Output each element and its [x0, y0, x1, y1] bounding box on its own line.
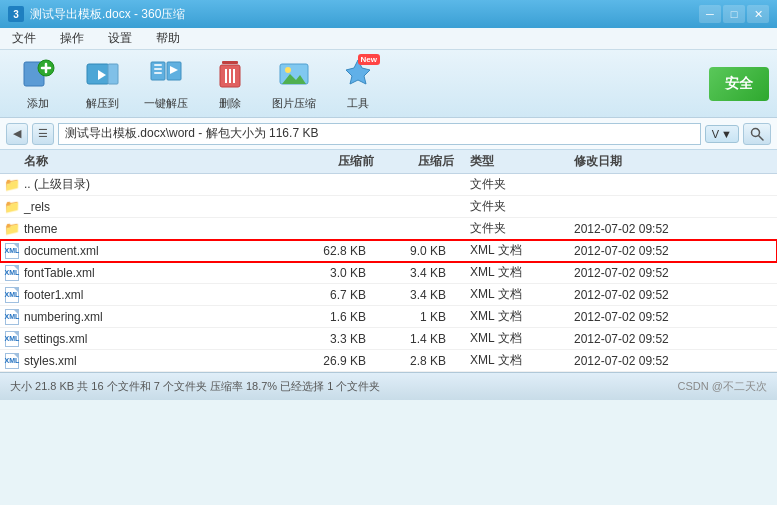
header-name[interactable]: 名称 — [4, 153, 284, 170]
cell-date: 2012-07-02 09:52 — [574, 310, 734, 324]
xml-file-icon: XML — [4, 243, 20, 259]
table-row[interactable]: 📁 _rels 文件夹 — [0, 196, 777, 218]
window-title: 测试导出模板.docx - 360压缩 — [30, 6, 699, 23]
table-row[interactable]: XML fontTable.xml 3.0 KB 3.4 KB XML 文档 2… — [0, 262, 777, 284]
search-button[interactable] — [743, 123, 771, 145]
cell-name: XML settings.xml — [4, 331, 284, 347]
xml-file-icon: XML — [4, 331, 20, 347]
cell-type: XML 文档 — [454, 264, 574, 281]
cell-after: 3.4 KB — [374, 266, 454, 280]
security-badge[interactable]: 安全 — [709, 67, 769, 101]
xml-file-icon: XML — [4, 287, 20, 303]
app-icon: 3 — [8, 6, 24, 22]
title-bar: 3 测试导出模板.docx - 360压缩 ─ □ ✕ — [0, 0, 777, 28]
cell-type: XML 文档 — [454, 352, 574, 369]
cell-type: 文件夹 — [454, 220, 574, 237]
folder-icon: 📁 — [4, 199, 20, 215]
cell-date: 2012-07-02 09:52 — [574, 288, 734, 302]
file-list: 📁 .. (上级目录) 文件夹 📁 _rels 文件夹 📁 theme 文件夹 … — [0, 174, 777, 372]
cell-type: XML 文档 — [454, 242, 574, 259]
cell-type: 文件夹 — [454, 198, 574, 215]
imgzip-button[interactable]: 图片压缩 — [264, 55, 324, 113]
xml-file-icon: XML — [4, 265, 20, 281]
cell-date: 2012-07-02 09:52 — [574, 354, 734, 368]
menu-settings[interactable]: 设置 — [104, 28, 136, 49]
header-after[interactable]: 压缩后 — [374, 153, 454, 170]
toolbar: 添加 解压到 一键解压 — [0, 50, 777, 118]
table-row[interactable]: 📁 theme 文件夹 2012-07-02 09:52 — [0, 218, 777, 240]
dropdown-arrow: ▼ — [721, 128, 732, 140]
table-row[interactable]: XML styles.xml 26.9 KB 2.8 KB XML 文档 201… — [0, 350, 777, 372]
cell-type: XML 文档 — [454, 330, 574, 347]
tools-label: 工具 — [347, 96, 369, 111]
minimize-button[interactable]: ─ — [699, 5, 721, 23]
cell-name: 📁 _rels — [4, 199, 284, 215]
cell-before: 3.3 KB — [284, 332, 374, 346]
cell-after: 1 KB — [374, 310, 454, 324]
cell-date: 2012-07-02 09:52 — [574, 244, 734, 258]
add-label: 添加 — [27, 96, 49, 111]
address-input[interactable] — [58, 123, 701, 145]
menu-help[interactable]: 帮助 — [152, 28, 184, 49]
table-row[interactable]: XML document.xml 62.8 KB 9.0 KB XML 文档 2… — [0, 240, 777, 262]
nav-back-button[interactable]: ◀ — [6, 123, 28, 145]
header-type[interactable]: 类型 — [454, 153, 574, 170]
header-before[interactable]: 压缩前 — [284, 153, 374, 170]
folder-icon: 📁 — [4, 221, 20, 237]
status-bar: 大小 21.8 KB 共 16 个文件和 7 个文件夹 压缩率 18.7% 已经… — [0, 372, 777, 400]
delete-button[interactable]: 删除 — [200, 55, 260, 113]
cell-before: 6.7 KB — [284, 288, 374, 302]
svg-point-19 — [285, 67, 291, 73]
menu-file[interactable]: 文件 — [8, 28, 40, 49]
table-row[interactable]: 📁 .. (上级目录) 文件夹 — [0, 174, 777, 196]
onekey-label: 一键解压 — [144, 96, 188, 111]
version-label: V — [712, 128, 719, 140]
onekey-icon — [148, 56, 184, 92]
xml-file-icon: XML — [4, 309, 20, 325]
cell-name: XML footer1.xml — [4, 287, 284, 303]
menu-bar: 文件 操作 设置 帮助 — [0, 28, 777, 50]
cell-type: XML 文档 — [454, 286, 574, 303]
close-button[interactable]: ✕ — [747, 5, 769, 23]
cell-after: 1.4 KB — [374, 332, 454, 346]
delete-icon — [212, 56, 248, 92]
svg-rect-13 — [222, 61, 238, 64]
extract-icon — [84, 56, 120, 92]
delete-label: 删除 — [219, 96, 241, 111]
version-badge: V ▼ — [705, 125, 739, 143]
cell-before: 26.9 KB — [284, 354, 374, 368]
svg-line-22 — [759, 135, 764, 140]
svg-rect-9 — [154, 68, 162, 70]
cell-after: 3.4 KB — [374, 288, 454, 302]
cell-name: 📁 .. (上级目录) — [4, 176, 284, 193]
cell-name: XML styles.xml — [4, 353, 284, 369]
cell-before: 62.8 KB — [284, 244, 374, 258]
add-icon — [20, 56, 56, 92]
table-row[interactable]: XML settings.xml 3.3 KB 1.4 KB XML 文档 20… — [0, 328, 777, 350]
add-button[interactable]: 添加 — [8, 55, 68, 113]
cell-name: XML numbering.xml — [4, 309, 284, 325]
svg-rect-10 — [154, 72, 162, 74]
table-row[interactable]: XML footer1.xml 6.7 KB 3.4 KB XML 文档 201… — [0, 284, 777, 306]
svg-rect-8 — [154, 64, 162, 66]
folder-icon: 📁 — [4, 177, 20, 193]
maximize-button[interactable]: □ — [723, 5, 745, 23]
extract-button[interactable]: 解压到 — [72, 55, 132, 113]
watermark: CSDN @不二天次 — [678, 379, 767, 394]
window-controls: ─ □ ✕ — [699, 5, 769, 23]
cell-date: 2012-07-02 09:52 — [574, 332, 734, 346]
table-row[interactable]: XML numbering.xml 1.6 KB 1 KB XML 文档 201… — [0, 306, 777, 328]
cell-before: 3.0 KB — [284, 266, 374, 280]
svg-rect-6 — [108, 64, 118, 84]
extract-label: 解压到 — [86, 96, 119, 111]
onekey-button[interactable]: 一键解压 — [136, 55, 196, 113]
tools-button[interactable]: New 工具 — [328, 55, 388, 113]
cell-type: XML 文档 — [454, 308, 574, 325]
nav-list-button[interactable]: ☰ — [32, 123, 54, 145]
cell-date: 2012-07-02 09:52 — [574, 222, 734, 236]
menu-operation[interactable]: 操作 — [56, 28, 88, 49]
cell-date: 2012-07-02 09:52 — [574, 266, 734, 280]
cell-name: XML fontTable.xml — [4, 265, 284, 281]
header-date[interactable]: 修改日期 — [574, 153, 734, 170]
cell-type: 文件夹 — [454, 176, 574, 193]
